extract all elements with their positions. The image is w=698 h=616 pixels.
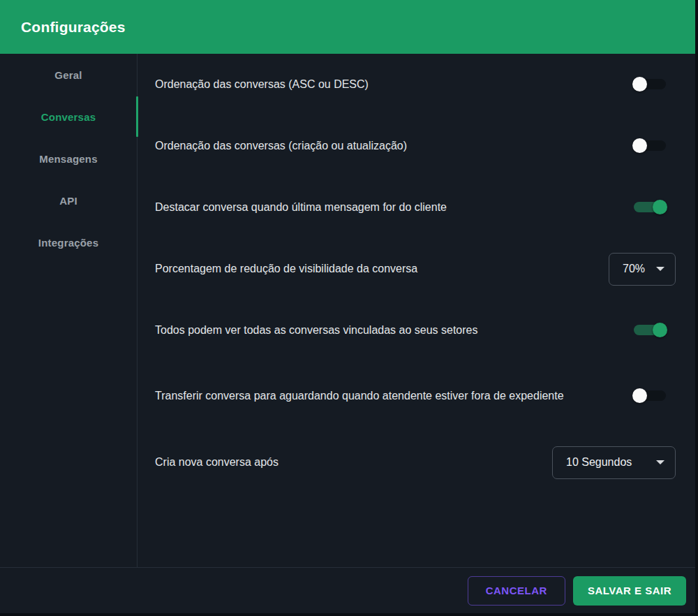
sidebar-item-integracoes[interactable]: Integrações: [0, 221, 137, 263]
caret-down-icon: [656, 267, 664, 271]
setting-label: Cria nova conversa após: [155, 452, 279, 473]
settings-list: Ordenação das conversas (ASC ou DESC) Or…: [138, 54, 695, 567]
toggle-conversation-order-direction[interactable]: [634, 76, 666, 93]
setting-label: Todos podem ver todas as conversas vincu…: [155, 320, 477, 341]
toggle-knob: [632, 388, 647, 403]
sidebar-item-mensagens[interactable]: Mensagens: [0, 138, 137, 179]
toggle-transfer-to-waiting-out-of-hours[interactable]: [634, 388, 666, 404]
toggle-knob: [653, 200, 667, 214]
select-value: 70%: [623, 263, 645, 275]
setting-label: Ordenação das conversas (ASC ou DESC): [155, 74, 369, 95]
select-value: 10 Segundos: [566, 456, 632, 469]
sidebar-item-conversas[interactable]: Conversas: [0, 96, 137, 138]
setting-label: Porcentagem de redução de visibilidade d…: [155, 258, 417, 279]
toggle-knob: [632, 138, 647, 153]
select-visibility-reduction-percent[interactable]: 70%: [609, 253, 676, 286]
sidebar: Geral Conversas Mensagens API Integraçõe…: [0, 54, 138, 567]
setting-label: Destacar conversa quando última mensagem…: [155, 197, 447, 218]
setting-row-order-field: Ordenação das conversas (criação ou atua…: [155, 115, 676, 177]
sidebar-item-api[interactable]: API: [0, 179, 137, 221]
toggle-highlight-client-last-message[interactable]: [634, 199, 666, 216]
setting-row-visibility-percent: Porcentagem de redução de visibilidade d…: [155, 238, 676, 300]
setting-row-all-can-view: Todos podem ver todas as conversas vincu…: [155, 300, 676, 361]
setting-row-order-direction: Ordenação das conversas (ASC ou DESC): [155, 54, 676, 115]
dialog-footer: CANCELAR SALVAR E SAIR: [0, 567, 695, 613]
setting-row-highlight-client-message: Destacar conversa quando última mensagem…: [155, 177, 676, 238]
settings-dialog: Configurações Geral Conversas Mensagens …: [0, 0, 695, 613]
save-button[interactable]: SALVAR E SAIR: [573, 576, 686, 606]
dialog-title: Configurações: [21, 19, 126, 36]
toggle-conversation-order-field[interactable]: [634, 138, 666, 154]
setting-row-transfer-out-of-hours: Transferir conversa para aguardando quan…: [155, 361, 676, 431]
setting-row-new-conversation-after: Cria nova conversa após 10 Segundos: [155, 431, 676, 494]
toggle-knob: [653, 323, 667, 337]
setting-label: Ordenação das conversas (criação ou atua…: [155, 135, 407, 156]
sidebar-item-geral[interactable]: Geral: [0, 54, 137, 96]
dialog-body: Geral Conversas Mensagens API Integraçõe…: [0, 54, 695, 567]
cancel-button[interactable]: CANCELAR: [468, 576, 565, 606]
caret-down-icon: [656, 460, 664, 464]
toggle-knob: [632, 77, 647, 91]
toggle-all-can-view-sector-conversations[interactable]: [634, 322, 666, 339]
setting-label: Transferir conversa para aguardando quan…: [155, 386, 564, 406]
select-new-conversation-after[interactable]: 10 Segundos: [552, 446, 676, 479]
dialog-header: Configurações: [0, 0, 695, 54]
